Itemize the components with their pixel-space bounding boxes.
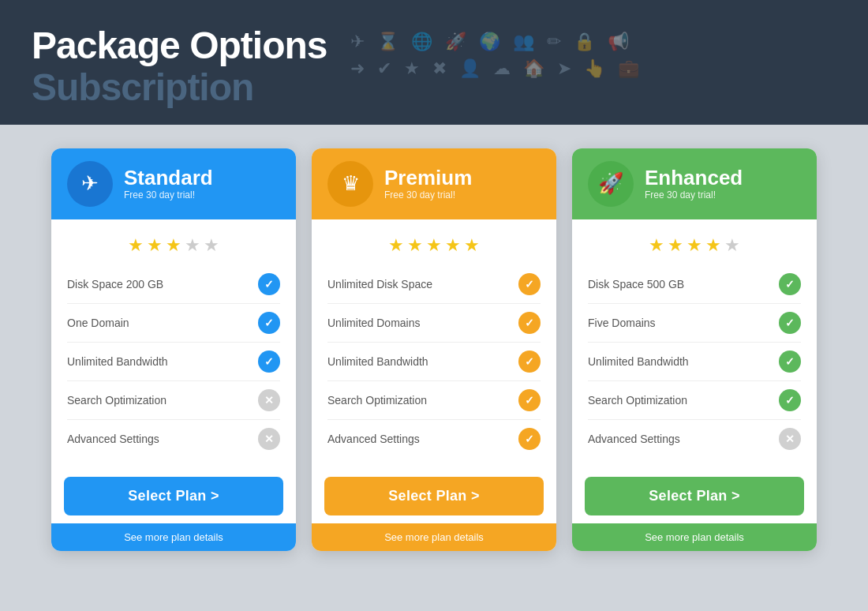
checkmark-icon: ✔ <box>377 58 391 79</box>
feature-label-enhanced-2: Unlimited Bandwidth <box>588 355 689 368</box>
feature-row-premium-4: Advanced Settings✓ <box>327 420 541 458</box>
plan-title-block-premium: PremiumFree 30 day trial! <box>384 167 472 201</box>
select-plan-button-premium[interactable]: Select Plan > <box>324 477 544 515</box>
rocket-icon: 🚀 <box>445 32 466 52</box>
plan-icon-enhanced: 🚀 <box>588 161 634 207</box>
feature-row-enhanced-0: Disk Space 500 GB✓ <box>588 265 801 304</box>
star-enhanced-4: ★ <box>724 235 740 256</box>
feature-row-standard-1: One Domain✓ <box>67 304 280 343</box>
feature-label-standard-1: One Domain <box>67 317 129 329</box>
plan-card-premium: ♛PremiumFree 30 day trial!★★★★★Unlimited… <box>312 148 556 551</box>
plan-footer-premium[interactable]: See more plan details <box>312 523 556 551</box>
feature-label-enhanced-1: Five Domains <box>588 317 656 329</box>
plan-body-enhanced: ★★★★★Disk Space 500 GB✓Five Domains✓Unli… <box>572 219 817 466</box>
feature-label-premium-3: Search Optimization <box>327 394 427 407</box>
signpost-icon: ✈ <box>350 32 365 52</box>
plan-footer-enhanced[interactable]: See more plan details <box>572 523 817 551</box>
feature-row-standard-4: Advanced Settings✕ <box>67 420 280 458</box>
home-icon: 🏠 <box>523 58 544 79</box>
plan-icon-premium: ♛ <box>327 161 373 207</box>
star-premium-3: ★ <box>445 235 461 256</box>
feature-badge-premium-4: ✓ <box>518 428 541 450</box>
feature-row-enhanced-3: Search Optimization✓ <box>588 381 801 420</box>
feature-badge-enhanced-4: ✕ <box>779 428 801 450</box>
star-icon: ★ <box>404 58 420 79</box>
feature-label-enhanced-3: Search Optimization <box>588 394 687 407</box>
plan-header-premium: ♛PremiumFree 30 day trial! <box>312 148 556 219</box>
star-premium-0: ★ <box>388 235 404 256</box>
feature-label-standard-3: Search Optimization <box>67 394 166 407</box>
star-premium-2: ★ <box>426 235 442 256</box>
plan-name-standard: Standard <box>124 167 213 188</box>
star-standard-1: ★ <box>147 235 163 256</box>
plan-icon-standard: ✈ <box>67 161 113 207</box>
feature-badge-standard-1: ✓ <box>258 312 280 334</box>
feature-label-premium-0: Unlimited Disk Space <box>327 278 432 291</box>
star-standard-0: ★ <box>128 235 144 256</box>
megaphone-icon: 📢 <box>608 32 629 52</box>
header-titles: Package Options Subscription <box>32 25 327 109</box>
earth-icon: 🌍 <box>479 32 500 52</box>
feature-row-enhanced-1: Five Domains✓ <box>588 304 801 343</box>
feature-label-premium-2: Unlimited Bandwidth <box>327 355 428 368</box>
plan-trial-standard: Free 30 day trial! <box>124 189 213 201</box>
lock-icon: 🔒 <box>574 32 595 52</box>
cloud-icon: ☁ <box>493 58 511 79</box>
header-icon-grid: ✈ ⌛ 🌐 🚀 🌍 👥 ✏ 🔒 📢 ➜ ✔ ★ ✖ 👤 ☁ 🏠 ➤ 👆 💼 <box>350 25 639 79</box>
feature-badge-standard-0: ✓ <box>258 273 280 295</box>
page-title-sub: Subscription <box>32 67 327 109</box>
feature-badge-enhanced-1: ✓ <box>779 312 801 334</box>
feature-label-premium-4: Advanced Settings <box>327 433 420 445</box>
globe-icon: 🌐 <box>411 32 432 52</box>
star-enhanced-0: ★ <box>649 235 664 256</box>
star-premium-1: ★ <box>407 235 423 256</box>
star-enhanced-2: ★ <box>687 235 702 256</box>
feature-row-enhanced-2: Unlimited Bandwidth✓ <box>588 343 801 381</box>
icon-row-1: ✈ ⌛ 🌐 🚀 🌍 👥 ✏ 🔒 📢 <box>350 32 639 52</box>
hourglass-icon: ⌛ <box>377 32 398 52</box>
star-standard-2: ★ <box>166 235 181 256</box>
icon-row-2: ➜ ✔ ★ ✖ 👤 ☁ 🏠 ➤ 👆 💼 <box>350 58 639 79</box>
stars-row-premium: ★★★★★ <box>327 235 541 256</box>
star-standard-3: ★ <box>185 235 200 256</box>
select-plan-button-enhanced[interactable]: Select Plan > <box>585 477 804 515</box>
plan-card-enhanced: 🚀EnhancedFree 30 day trial!★★★★★Disk Spa… <box>572 148 817 551</box>
feature-badge-standard-2: ✓ <box>258 350 280 373</box>
feature-badge-premium-3: ✓ <box>518 389 541 411</box>
feature-badge-premium-0: ✓ <box>518 273 541 295</box>
pencil-icon: ✏ <box>547 32 561 52</box>
page-title-main: Package Options <box>32 25 327 67</box>
select-plan-button-standard[interactable]: Select Plan > <box>64 477 283 515</box>
arrow-icon: ➜ <box>350 58 365 79</box>
plan-name-premium: Premium <box>384 167 472 188</box>
feature-row-standard-2: Unlimited Bandwidth✓ <box>67 343 280 381</box>
user-icon: 👤 <box>459 58 481 79</box>
feature-row-premium-1: Unlimited Domains✓ <box>327 304 541 343</box>
page-header: Package Options Subscription ✈ ⌛ 🌐 🚀 🌍 👥… <box>0 0 868 125</box>
feature-badge-premium-2: ✓ <box>518 350 541 373</box>
feature-row-premium-3: Search Optimization✓ <box>327 381 541 420</box>
feature-label-enhanced-0: Disk Space 500 GB <box>588 278 684 291</box>
feature-row-premium-0: Unlimited Disk Space✓ <box>327 265 541 304</box>
star-enhanced-3: ★ <box>705 235 721 256</box>
feature-row-enhanced-4: Advanced Settings✕ <box>588 420 801 458</box>
feature-badge-enhanced-0: ✓ <box>779 273 801 295</box>
feature-badge-standard-4: ✕ <box>258 428 280 450</box>
plan-body-premium: ★★★★★Unlimited Disk Space✓Unlimited Doma… <box>312 219 556 466</box>
plan-header-standard: ✈StandardFree 30 day trial! <box>51 148 296 219</box>
feature-badge-enhanced-2: ✓ <box>779 350 801 373</box>
plans-container: ✈StandardFree 30 day trial!★★★★★Disk Spa… <box>0 125 868 611</box>
feature-badge-standard-3: ✕ <box>258 389 280 411</box>
plan-title-block-enhanced: EnhancedFree 30 day trial! <box>645 167 743 201</box>
feature-label-standard-0: Disk Space 200 GB <box>67 278 163 291</box>
feature-badge-enhanced-3: ✓ <box>779 389 801 411</box>
plan-footer-standard[interactable]: See more plan details <box>51 523 296 551</box>
feature-label-enhanced-4: Advanced Settings <box>588 433 680 445</box>
cross-icon: ✖ <box>432 58 447 79</box>
star-premium-4: ★ <box>464 235 480 256</box>
briefcase-icon: 💼 <box>618 58 639 79</box>
plan-name-enhanced: Enhanced <box>645 167 743 188</box>
stars-row-standard: ★★★★★ <box>67 235 280 256</box>
star-standard-4: ★ <box>204 235 219 256</box>
feature-label-standard-4: Advanced Settings <box>67 433 159 445</box>
